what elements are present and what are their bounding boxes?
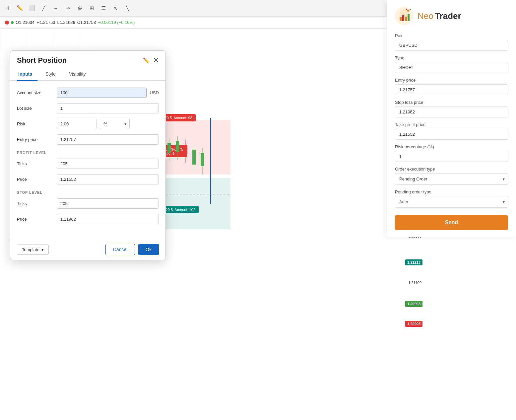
lot-size-label: Lot size (17, 106, 53, 111)
lot-size-input[interactable] (57, 103, 159, 113)
risk-row: Risk % USD ▾ (17, 119, 159, 129)
toolbar-grid[interactable]: ⊞ (87, 4, 96, 13)
neo-title-trader: Trader (435, 11, 461, 21)
price-level-3: 1.21100 (408, 281, 421, 285)
red-dot-indicator (5, 21, 9, 25)
pair-group: Pair (395, 33, 508, 51)
toolbar-arrow1[interactable]: → (51, 4, 60, 13)
svg-rect-18 (201, 153, 204, 166)
profit-ticks-input[interactable] (57, 159, 159, 169)
profit-level-header: PROFIT LEVEL (17, 151, 159, 155)
toolbar-diag[interactable]: ╲ (123, 4, 132, 13)
account-size-input[interactable] (57, 88, 147, 98)
pending-order-select[interactable]: Auto Buy Limit Sell Limit Buy Stop Sell … (395, 196, 508, 208)
close-icon[interactable]: ✕ (153, 57, 159, 64)
ok-button[interactable]: Ok (138, 244, 159, 255)
stop-ticks-input[interactable] (57, 198, 159, 209)
account-size-label: Account size (17, 90, 53, 95)
toolbar-line1[interactable]: ╱ (39, 4, 48, 13)
short-position-dialog: Short Position ✏️ ✕ Inputs Style Visibil… (10, 50, 166, 260)
toolbar-circle[interactable]: ⊕ (75, 4, 84, 13)
stop-ticks-label: Ticks (17, 201, 53, 206)
toolbar-wave[interactable]: ∿ (111, 4, 120, 13)
toolbar-arrow2[interactable]: ⇒ (63, 4, 72, 13)
toolbar-crosshair[interactable]: ✛ (3, 4, 13, 13)
entry-price-label: Entry price (17, 137, 53, 142)
template-button[interactable]: Template ▾ (17, 245, 49, 255)
tab-style[interactable]: Style (44, 69, 61, 81)
entry-price-input[interactable] (57, 134, 159, 145)
price-low: L1.21626 (57, 20, 75, 25)
profit-price-input[interactable] (57, 174, 159, 184)
stop-price-input[interactable] (57, 214, 159, 224)
neo-entry-price-label: Entry price (395, 78, 508, 83)
account-size-row: Account size USD (17, 88, 159, 98)
take-profit-group: Take profit price (395, 122, 508, 140)
neo-title: Neo Trader (418, 11, 461, 21)
tab-visibility[interactable]: Visibility (68, 69, 91, 81)
pair-input[interactable] (395, 40, 508, 51)
toolbar-rect[interactable]: ⬜ (27, 4, 36, 13)
neo-entry-price-group: Entry price (395, 78, 508, 95)
price-high: H1.21753 (36, 20, 55, 25)
svg-point-29 (410, 9, 411, 10)
pending-order-label: Pending order type (395, 189, 508, 194)
neo-trader-panel: Neo Trader Pair Type Entry price Stop lo… (387, 0, 516, 237)
pending-order-select-wrapper: Auto Buy Limit Sell Limit Buy Stop Sell … (395, 196, 508, 208)
risk-input[interactable] (57, 119, 97, 129)
green-dot-indicator (11, 21, 14, 24)
profit-price-row: Price (17, 174, 159, 184)
pair-label: Pair (395, 33, 508, 38)
price-badge-1: 1.21213 (405, 259, 422, 265)
svg-rect-10 (167, 143, 171, 153)
risk-pct-label: Risk percentage (%) (395, 144, 508, 149)
type-label: Type (395, 55, 508, 60)
risk-label: Risk (17, 121, 53, 126)
neo-logo-icon (395, 7, 414, 25)
svg-rect-14 (184, 145, 187, 154)
stop-loss-input[interactable] (395, 106, 508, 117)
entry-price-row: Entry price (17, 134, 159, 145)
svg-rect-27 (408, 14, 410, 21)
svg-rect-12 (176, 141, 179, 152)
take-profit-input[interactable] (395, 129, 508, 140)
template-arrow-icon: ▾ (41, 247, 44, 252)
template-label: Template (22, 247, 39, 252)
svg-point-28 (407, 10, 409, 12)
svg-point-30 (406, 9, 407, 10)
toolbar-lines[interactable]: ☰ (99, 4, 108, 13)
dialog-header: Short Position ✏️ ✕ (10, 51, 165, 65)
account-size-unit: USD (150, 90, 159, 95)
svg-rect-26 (405, 17, 407, 21)
order-exec-select[interactable]: Pending Order Market Order (395, 173, 508, 185)
type-input[interactable] (395, 62, 508, 73)
neo-header: Neo Trader (395, 7, 508, 25)
send-button[interactable]: Send (395, 215, 508, 230)
stop-level-header: STOP LEVEL (17, 190, 159, 194)
stop-loss-label: Stop loss price (395, 100, 508, 105)
neo-title-neo: Neo (418, 11, 433, 21)
risk-pct-input[interactable] (395, 151, 508, 162)
tab-inputs[interactable]: Inputs (17, 69, 37, 81)
svg-rect-24 (400, 17, 402, 21)
dialog-header-actions: ✏️ ✕ (143, 57, 159, 64)
price-open: O1.21634 (16, 20, 34, 25)
cancel-button[interactable]: Cancel (105, 244, 135, 255)
edit-icon[interactable]: ✏️ (143, 57, 150, 64)
neo-entry-price-input[interactable] (395, 84, 508, 95)
price-close: C1.21753 (77, 20, 96, 25)
risk-pct-group: Risk percentage (%) (395, 144, 508, 162)
price-badge-3: 1.20905 (405, 320, 422, 326)
profit-price-label: Price (17, 177, 53, 182)
order-exec-label: Order execution type (395, 167, 508, 172)
lot-size-row: Lot size (17, 103, 159, 113)
svg-rect-25 (402, 15, 404, 21)
profit-ticks-row: Ticks (17, 159, 159, 169)
stop-price-row: Price (17, 214, 159, 224)
svg-rect-16 (192, 150, 196, 165)
toolbar-draw1[interactable]: ✏️ (15, 4, 25, 13)
risk-unit-select[interactable]: % USD (100, 119, 130, 129)
order-exec-group: Order execution type Pending Order Marke… (395, 167, 508, 185)
dialog-title: Short Position (17, 56, 67, 65)
dialog-tabs: Inputs Style Visibility (10, 65, 165, 81)
